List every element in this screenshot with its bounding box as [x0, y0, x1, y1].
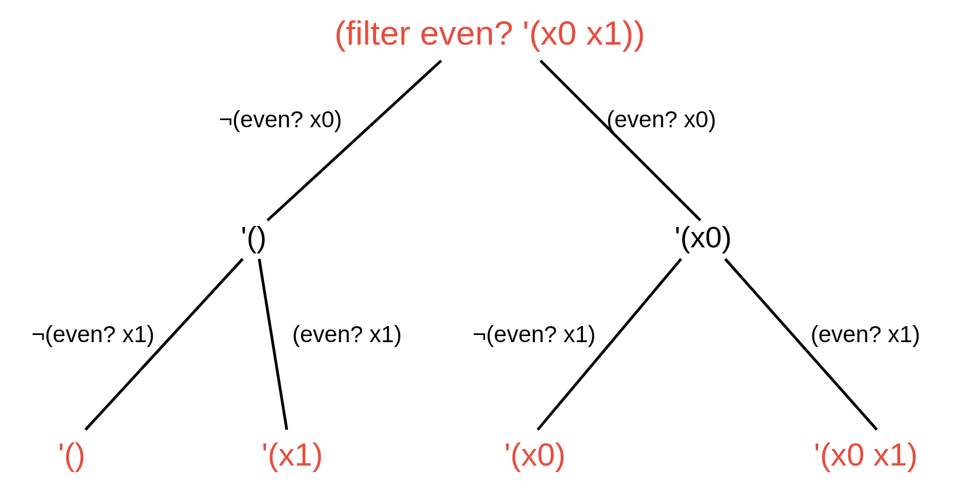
- decision-tree: ¬(even? x0) (even? x0) ¬(even? x1) (even…: [0, 0, 980, 492]
- edge-root-right: [540, 61, 700, 220]
- root-node: (filter even? '(x0 x1)): [334, 14, 645, 52]
- edge-midL-right: [259, 259, 287, 430]
- leaf-0: '(): [58, 436, 85, 472]
- edge-label-midL-left: ¬(even? x1): [31, 321, 154, 347]
- edge-label-midR-left: ¬(even? x1): [473, 321, 596, 347]
- mid-node-right: '(x0): [674, 220, 731, 253]
- edge-label-root-left: ¬(even? x0): [219, 106, 342, 132]
- mid-node-left: '(): [241, 220, 266, 253]
- edge-root-left: [267, 61, 441, 220]
- edge-label-midL-right: (even? x1): [292, 321, 401, 347]
- edge-label-midR-right: (even? x1): [811, 321, 920, 347]
- leaf-1: '(x1): [262, 436, 323, 472]
- edge-label-root-right: (even? x0): [607, 106, 716, 132]
- leaf-3: '(x0 x1): [814, 436, 918, 472]
- leaf-2: '(x0): [505, 436, 566, 472]
